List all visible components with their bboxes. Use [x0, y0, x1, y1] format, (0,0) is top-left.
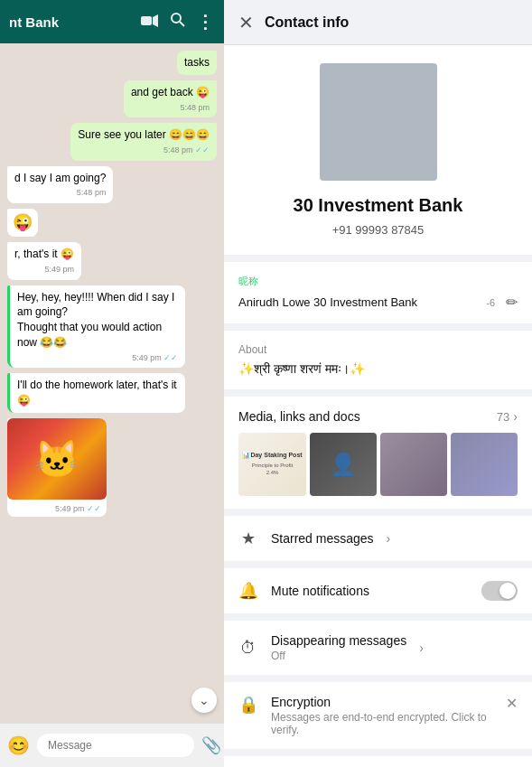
nickname-row: Anirudh Lowe 30 Investment Bank -6 ✏	[238, 294, 518, 311]
search-icon[interactable]	[170, 12, 185, 32]
message-input[interactable]	[37, 734, 194, 757]
media-count-area: 73 ›	[497, 409, 518, 424]
nickname-value: Anirudh Lowe 30 Investment Bank	[238, 295, 486, 309]
encryption-text-block: Encryption Messages are end-to-end encry…	[271, 695, 493, 736]
media-chevron-icon: ›	[513, 409, 518, 424]
starred-label-block: Starred messages	[271, 531, 374, 546]
lock-icon: 🔒	[238, 695, 258, 715]
cat-emoji: 🐱	[34, 434, 79, 484]
msg-tick: ✓✓	[195, 145, 210, 154]
about-label: About	[238, 343, 518, 356]
about-text: ✨श्री कृष्णा शरणं ममः।✨	[238, 361, 518, 377]
mute-label: Mute notifications	[271, 584, 469, 598]
msg-text: r, that's it 😜	[14, 247, 74, 262]
mute-notifications-row[interactable]: 🔔 Mute notifications	[224, 568, 532, 613]
disappearing-chevron-icon: ›	[419, 641, 424, 655]
media-count: 73	[497, 410, 509, 424]
nickname-label: 昵称	[238, 275, 518, 288]
chat-header: nt Bank ⋮	[0, 0, 224, 43]
disappearing-label: Disappearing messages	[271, 633, 406, 648]
media-thumb-4[interactable]	[451, 433, 518, 496]
contact-panel: ✕ Contact info 30 Investment Bank +91 99…	[224, 0, 532, 767]
starred-messages-row[interactable]: ★ Starred messages ›	[224, 516, 532, 561]
contact-name: 30 Investment Bank	[294, 195, 463, 216]
contact-info-header: ✕ Contact info	[224, 0, 532, 45]
media-thumb-3[interactable]	[380, 433, 447, 496]
msg-time: 5:48 pm	[14, 187, 106, 199]
msg-time: 5:49 pm	[14, 264, 74, 276]
msg-time: 5:48 pm	[131, 102, 210, 114]
disappearing-label-block: Disappearing messages Off	[271, 633, 406, 662]
contact-phone: +91 99993 87845	[332, 223, 425, 237]
chat-input-bar: 😊 📎	[0, 723, 224, 767]
action-rows: 🚫 Block 30 Investment Bank 👎 Report 30 I…	[224, 756, 532, 767]
message-homework: I'll do the homework later, that's it 😜	[7, 373, 185, 413]
media-thumb-1[interactable]: 📊Day Staking Post Principle to Profit2.4…	[238, 433, 306, 496]
scroll-down-button[interactable]: ⌄	[191, 687, 217, 713]
msg-text: Sure see you later 😄😄😄	[78, 127, 210, 143]
chat-header-icons: ⋮	[141, 12, 215, 32]
close-contact-button[interactable]: ✕	[238, 12, 254, 33]
svg-line-3	[180, 22, 184, 26]
contact-info-title: Contact info	[265, 14, 349, 31]
encryption-label: Encryption	[271, 695, 493, 709]
msg-text: Hey, hey, hey!!!! When did I say I am go…	[17, 290, 178, 321]
edit-nickname-button[interactable]: ✏	[506, 294, 518, 311]
chat-title: nt Bank	[9, 14, 141, 30]
svg-rect-0	[141, 16, 152, 25]
nickname-badge: -6	[486, 297, 495, 308]
msg-text: I'll do the homework later, that's it 😜	[17, 378, 178, 408]
msg-time: 5:49 pm ✓✓	[17, 352, 178, 364]
close-encryption-button[interactable]: ✕	[506, 695, 518, 712]
media-header-row[interactable]: Media, links and docs 73 ›	[238, 409, 518, 424]
message-thatsit: r, that's it 😜 5:49 pm	[7, 242, 81, 279]
bell-icon: 🔔	[238, 581, 258, 601]
message-cat-image: 🐱 5:49 pm ✓✓	[7, 418, 107, 517]
msg-text: d I say I am going?	[14, 171, 106, 186]
svg-point-2	[172, 14, 181, 23]
chat-messages: tasks and get back 😜 5:48 pm Sure see yo…	[0, 43, 224, 723]
toggle-knob	[499, 583, 516, 599]
message-goingq: d I say I am going? 5:48 pm	[7, 166, 113, 203]
disappearing-messages-row[interactable]: ⏱ Disappearing messages Off ›	[224, 621, 532, 675]
encryption-section: 🔒 Encryption Messages are end-to-end enc…	[224, 682, 532, 749]
timer-icon: ⏱	[238, 639, 258, 658]
msg-text2: Thought that you would action now 😂😂	[17, 320, 178, 351]
msg-text: tasks	[184, 55, 210, 70]
nickname-section: 昵称 Anirudh Lowe 30 Investment Bank -6 ✏	[224, 262, 532, 323]
disappearing-sub: Off	[271, 650, 406, 662]
chat-panel: nt Bank ⋮ tasks and get back 😜 5:	[0, 0, 224, 767]
message-heyhey: Hey, hey, hey!!!! When did I say I am go…	[7, 285, 185, 369]
attachment-icon[interactable]: 📎	[201, 735, 221, 755]
msg-time: 5:49 pm ✓✓	[7, 501, 107, 517]
message-seeyou: Sure see you later 😄😄😄 5:48 pm ✓✓	[70, 123, 217, 160]
star-icon: ★	[238, 528, 258, 548]
msg-tick: ✓✓	[163, 353, 178, 362]
starred-chevron-icon: ›	[387, 531, 391, 546]
video-call-icon[interactable]	[141, 13, 159, 32]
contact-avatar-section: 30 Investment Bank +91 99993 87845	[224, 45, 532, 255]
mute-toggle[interactable]	[481, 581, 518, 601]
cat-photo: 🐱	[7, 418, 107, 500]
media-thumb-2[interactable]: 👤	[310, 433, 377, 496]
starred-label: Starred messages	[271, 531, 374, 546]
message-emoji1: 😜	[7, 209, 38, 237]
message-getback: and get back 😜 5:48 pm	[124, 80, 217, 117]
about-section: About ✨श्री कृष्णा शरणं ममः।✨	[224, 331, 532, 389]
svg-marker-1	[153, 14, 158, 27]
msg-time: 5:48 pm ✓✓	[78, 145, 210, 156]
encryption-sub: Messages are end-to-end encrypted. Click…	[271, 711, 493, 736]
media-section: Media, links and docs 73 › 📊Day Staking …	[224, 397, 532, 509]
contact-avatar	[320, 63, 437, 181]
media-label: Media, links and docs	[238, 409, 360, 424]
msg-text: and get back 😜	[131, 85, 210, 100]
emoji-icon[interactable]: 😊	[7, 734, 30, 756]
message-tasks: tasks	[177, 51, 217, 75]
msg-tick: ✓✓	[87, 504, 101, 513]
more-options-icon[interactable]: ⋮	[196, 13, 215, 31]
media-thumbnails: 📊Day Staking Post Principle to Profit2.4…	[238, 433, 518, 496]
block-action-row[interactable]: 🚫 Block 30 Investment Bank	[224, 756, 532, 767]
